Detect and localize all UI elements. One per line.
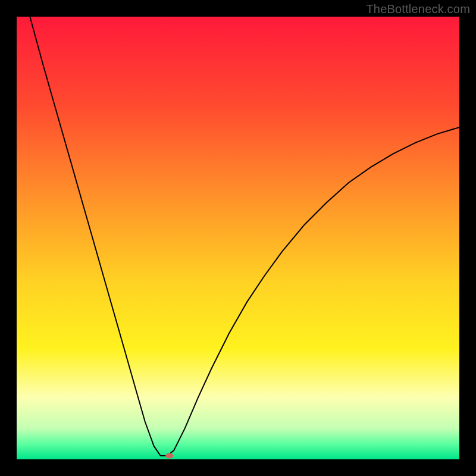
plot-background	[17, 17, 459, 459]
watermark-label: TheBottleneck.com	[366, 2, 470, 16]
bottleneck-chart	[17, 17, 459, 459]
chart-frame: TheBottleneck.com	[0, 0, 476, 476]
bottleneck-minimum-marker	[165, 453, 173, 459]
